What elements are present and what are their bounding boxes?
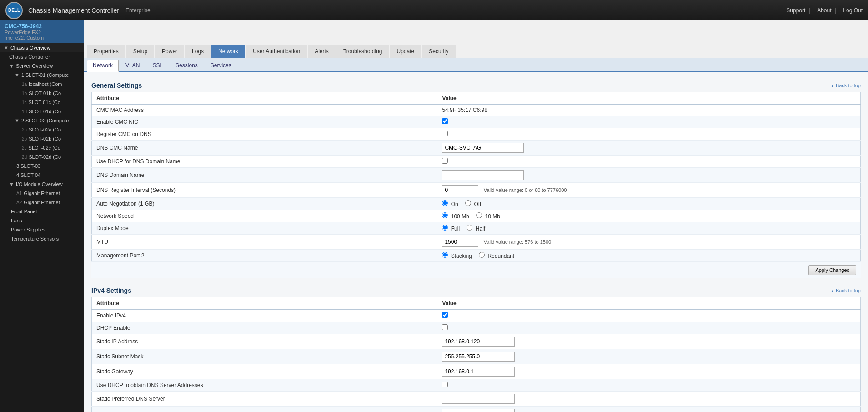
sidebar-item-slot01[interactable]: ▼1SLOT-01 (Compute: [0, 70, 84, 80]
table-row: MTU Valid value range: 576 to 1500: [92, 235, 861, 250]
subtab-vlan[interactable]: VLAN: [120, 60, 146, 71]
tab-properties[interactable]: Properties: [87, 45, 125, 58]
attr-register-cmc-dns: Register CMC on DNS: [92, 128, 438, 141]
input-preferred-dns[interactable]: [442, 394, 515, 404]
sidebar-item-slot02[interactable]: ▼2SLOT-02 (Compute: [0, 116, 84, 125]
attr-dhcp-enable: DHCP Enable: [92, 322, 438, 334]
sidebar-item-a1-gige[interactable]: A1Gigabit Ethernet: [0, 189, 84, 198]
sidebar-item-chassis-overview[interactable]: ▼Chassis Overview: [0, 43, 84, 52]
tab-user-auth[interactable]: User Authentication: [246, 45, 307, 58]
sidebar-item-2a[interactable]: 2aSLOT-02a (Co: [0, 125, 84, 134]
checkbox-enable-ipv4[interactable]: [442, 312, 448, 318]
tab-logs[interactable]: Logs: [185, 45, 211, 58]
table-row: Enable IPv4: [92, 310, 861, 322]
checkbox-enable-cmc-nic[interactable]: [442, 118, 448, 124]
ipv4-back-to-top[interactable]: Back to top: [831, 288, 861, 293]
checkbox-use-dhcp-dns-domain[interactable]: [442, 158, 448, 164]
sidebar-item-temp-sensors[interactable]: Temperature Sensors: [0, 234, 84, 243]
input-subnet-mask[interactable]: [442, 352, 515, 362]
subtab-ssl[interactable]: SSL: [146, 60, 169, 71]
sidebar-item-2c[interactable]: 2cSLOT-02c (Co: [0, 143, 84, 152]
radio-auto-neg-on[interactable]: [442, 200, 448, 206]
radio-speed-100mb-label[interactable]: 100 Mb: [442, 213, 469, 220]
input-static-gateway[interactable]: [442, 367, 515, 377]
radio-auto-neg-off-label[interactable]: Off: [465, 201, 481, 207]
sidebar-item-power-supplies[interactable]: Power Supplies: [0, 225, 84, 234]
sidebar-item-front-panel[interactable]: Front Panel: [0, 207, 84, 216]
about-link[interactable]: About: [817, 7, 831, 14]
input-dns-register-interval[interactable]: [442, 185, 478, 195]
radio-speed-10mb-label[interactable]: 10 Mb: [476, 213, 500, 220]
tab-network[interactable]: Network: [211, 45, 245, 58]
input-dns-cmc-name[interactable]: [442, 143, 524, 153]
input-alternate-dns[interactable]: [442, 409, 515, 412]
sidebar-item-1c[interactable]: 1cSLOT-01c (Co: [0, 98, 84, 107]
radio-mgmt-redundant[interactable]: [479, 252, 485, 258]
header: DELL Chassis Management Controller Enter…: [0, 0, 868, 20]
radio-speed-10mb[interactable]: [476, 212, 482, 218]
logout-link[interactable]: Log Out: [843, 7, 863, 14]
input-dns-domain-name[interactable]: [442, 170, 524, 180]
tab-alerts[interactable]: Alerts: [308, 45, 336, 58]
sidebar-item-a2-gige[interactable]: A2Gigabit Ethernet: [0, 198, 84, 207]
device-name: CMC-756-J942: [5, 23, 80, 30]
radio-duplex-full-label[interactable]: Full: [442, 226, 460, 232]
general-back-to-top[interactable]: Back to top: [831, 83, 861, 88]
sidebar-item-2d[interactable]: 2dSLOT-02d (Co: [0, 152, 84, 161]
sidebar-item-slot03[interactable]: 3SLOT-03: [0, 161, 84, 171]
attr-static-ip: Static IP Address: [92, 334, 438, 349]
attr-dns-domain-name: DNS Domain Name: [92, 168, 438, 183]
checkbox-dhcp-dns-servers[interactable]: [442, 382, 448, 387]
radio-mgmt-redundant-label[interactable]: Redundant: [479, 253, 514, 259]
app-title: Chassis Management Controller: [28, 7, 119, 14]
subtab-sessions[interactable]: Sessions: [170, 60, 204, 71]
sidebar-item-1a[interactable]: 1alocalhost (Com: [0, 80, 84, 89]
attr-preferred-dns: Static Preferred DNS Server: [92, 392, 438, 407]
radio-duplex-half[interactable]: [467, 225, 472, 231]
table-row: Static Preferred DNS Server: [92, 392, 861, 407]
radio-duplex-half-label[interactable]: Half: [467, 226, 485, 232]
general-apply-row: Apply Changes: [91, 262, 861, 278]
radio-duplex-full[interactable]: [442, 225, 448, 231]
device-sub2: Imc_e22, Custom: [5, 35, 80, 40]
table-row: Network Speed 100 Mb 10 Mb: [92, 210, 861, 222]
sidebar-item-1d[interactable]: 1dSLOT-01d (Co: [0, 107, 84, 116]
general-apply-button[interactable]: Apply Changes: [808, 265, 856, 275]
tab-power[interactable]: Power: [155, 45, 184, 58]
tab-security[interactable]: Security: [422, 45, 455, 58]
sidebar-item-server-overview[interactable]: ▼Server Overview: [0, 61, 84, 70]
sub-tabs: Network VLAN SSL Sessions Services: [84, 58, 868, 72]
subtab-services[interactable]: Services: [205, 60, 237, 71]
input-mtu[interactable]: [442, 237, 478, 247]
radio-auto-neg-on-label[interactable]: On: [442, 201, 458, 207]
dell-logo: DELL: [5, 2, 23, 19]
sidebar-item-1b[interactable]: 1bSLOT-01b (Co: [0, 89, 84, 98]
subtab-network[interactable]: Network: [87, 60, 119, 72]
tab-setup[interactable]: Setup: [126, 45, 154, 58]
tab-update[interactable]: Update: [390, 45, 421, 58]
sidebar-item-chassis-controller[interactable]: Chassis Controller: [0, 52, 84, 61]
header-links: Support | About | Log Out: [783, 7, 863, 14]
sidebar-item-io-module[interactable]: ▼I/O Module Overview: [0, 180, 84, 189]
edition-badge: Enterprise: [125, 7, 151, 14]
attr-mgmt-port2: Management Port 2: [92, 250, 438, 262]
sidebar-item-2b[interactable]: 2bSLOT-02b (Co: [0, 134, 84, 143]
support-link[interactable]: Support: [786, 7, 805, 14]
sidebar-item-fans[interactable]: Fans: [0, 216, 84, 225]
radio-mgmt-stacking-label[interactable]: Stacking: [442, 253, 472, 259]
tab-troubleshooting[interactable]: Troubleshooting: [336, 45, 389, 58]
sidebar-item-slot04[interactable]: 4SLOT-04: [0, 171, 84, 180]
radio-auto-neg-off[interactable]: [465, 200, 471, 206]
attr-network-speed: Network Speed: [92, 210, 438, 222]
table-row: Register CMC on DNS: [92, 128, 861, 141]
ipv4-attr-header: Attribute: [92, 297, 438, 310]
checkbox-register-cmc-dns[interactable]: [442, 131, 448, 136]
table-row: Management Port 2 Stacking Redundant: [92, 250, 861, 262]
table-row: Static IP Address: [92, 334, 861, 349]
attr-static-gateway: Static Gateway: [92, 364, 438, 379]
input-static-ip[interactable]: [442, 337, 515, 347]
radio-speed-100mb[interactable]: [442, 212, 448, 218]
attr-mtu: MTU: [92, 235, 438, 250]
radio-mgmt-stacking[interactable]: [442, 252, 448, 258]
checkbox-dhcp-enable[interactable]: [442, 324, 448, 330]
